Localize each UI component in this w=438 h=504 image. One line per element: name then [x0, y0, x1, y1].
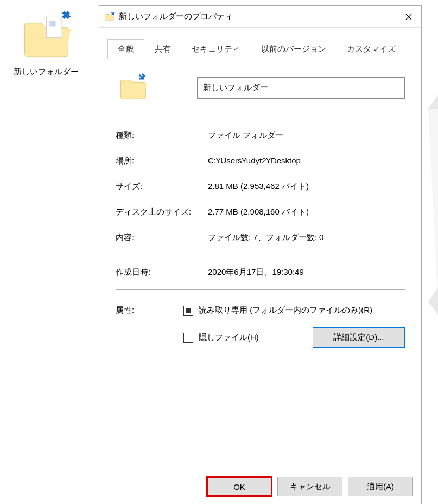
- disk-size-label: ディスク上のサイズ:: [116, 207, 208, 217]
- advanced-button[interactable]: 詳細設定(D)...: [313, 327, 405, 348]
- desktop-folder-label: 新しいフォルダー: [14, 67, 79, 77]
- name-row: [116, 67, 405, 114]
- folder-icon: [105, 12, 115, 22]
- location-value: C:¥Users¥udyt2¥Desktop: [208, 156, 405, 166]
- created-value: 2020年6月17日、19:30:49: [208, 267, 405, 278]
- desktop-folder-icon[interactable]: 新しいフォルダー: [14, 11, 79, 77]
- location-label: 場所:: [116, 156, 208, 166]
- dialog-title: 新しいフォルダーのプロパティ: [119, 11, 396, 22]
- readonly-checkbox-row: 読み取り専用 (フォルダー内のファイルのみ)(R): [183, 305, 405, 316]
- folder-name-input[interactable]: [197, 77, 405, 99]
- decorative-edge: [428, 0, 438, 504]
- property-size: サイズ: 2.81 MB (2,953,462 バイト): [116, 174, 405, 199]
- close-button[interactable]: [396, 6, 421, 28]
- type-value: ファイル フォルダー: [208, 130, 405, 141]
- svg-rect-0: [46, 17, 62, 37]
- property-created: 作成日時: 2020年6月17日、19:30:49: [116, 260, 405, 285]
- contents-label: 内容:: [116, 232, 208, 243]
- tab-security[interactable]: セキュリティ: [181, 39, 251, 59]
- size-label: サイズ:: [116, 181, 208, 192]
- hidden-checkbox[interactable]: [183, 333, 193, 343]
- readonly-label: 読み取り専用 (フォルダー内のファイルのみ)(R): [199, 305, 372, 316]
- titlebar[interactable]: 新しいフォルダーのプロパティ: [99, 6, 421, 28]
- tab-strip: 全般 共有 セキュリティ 以前のバージョン カスタマイズ: [99, 28, 421, 59]
- property-location: 場所: C:¥Users¥udyt2¥Desktop: [116, 148, 405, 174]
- svg-rect-2: [106, 15, 113, 20]
- readonly-checkbox[interactable]: [183, 306, 193, 316]
- tab-previous-versions[interactable]: 以前のバージョン: [251, 39, 337, 59]
- divider: [116, 289, 405, 290]
- disk-size-value: 2.77 MB (2,908,160 バイト): [208, 207, 405, 217]
- close-icon: [405, 14, 412, 20]
- divider: [116, 118, 405, 118]
- ok-button[interactable]: OK: [207, 477, 272, 496]
- apply-button[interactable]: 適用(A): [348, 477, 413, 496]
- attributes-label: 属性:: [116, 305, 183, 348]
- dialog-buttons: OK キャンセル 適用(A): [207, 477, 413, 496]
- hidden-label: 隠しファイル(H): [199, 332, 259, 343]
- tab-content-general: 種類: ファイル フォルダー 場所: C:¥Users¥udyt2¥Deskto…: [99, 59, 421, 348]
- property-type: 種類: ファイル フォルダー: [116, 123, 405, 148]
- property-disk-size: ディスク上のサイズ: 2.77 MB (2,908,160 バイト): [116, 199, 405, 225]
- contents-value: ファイル数: 7、フォルダー数: 0: [208, 232, 405, 243]
- folder-icon: [118, 73, 148, 103]
- size-value: 2.81 MB (2,953,462 バイト): [208, 181, 405, 192]
- cancel-button[interactable]: キャンセル: [277, 477, 342, 496]
- folder-icon: [21, 11, 72, 62]
- tab-customize[interactable]: カスタマイズ: [337, 39, 406, 59]
- hidden-checkbox-row: 隠しファイル(H): [183, 332, 259, 343]
- properties-dialog: 新しいフォルダーのプロパティ 全般 共有 セキュリティ 以前のバージョン カスタ…: [99, 5, 422, 504]
- svg-rect-1: [49, 21, 55, 27]
- property-contents: 内容: ファイル数: 7、フォルダー数: 0: [116, 225, 405, 250]
- tab-general[interactable]: 全般: [107, 39, 144, 59]
- attributes-section: 属性: 読み取り専用 (フォルダー内のファイルのみ)(R) 隠しファイル(H) …: [116, 294, 405, 348]
- created-label: 作成日時:: [116, 267, 208, 278]
- divider: [116, 255, 405, 255]
- tab-sharing[interactable]: 共有: [144, 39, 181, 59]
- type-label: 種類:: [116, 130, 208, 141]
